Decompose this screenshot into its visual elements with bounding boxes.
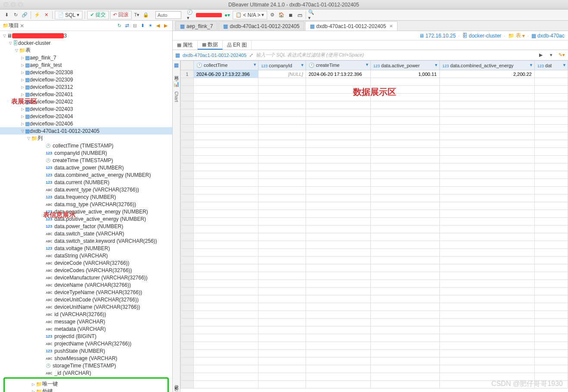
home-icon[interactable]: 🏠: [278, 11, 285, 19]
tree-column[interactable]: 123pushState (NUMBER): [0, 347, 172, 354]
tree-table[interactable]: ▷▦ aep_flink_7: [0, 54, 172, 61]
tree-table[interactable]: ▽▦ dxdb-470ac1-01-0012-202405: [0, 127, 172, 135]
nav-back-icon[interactable]: ◀: [154, 22, 162, 30]
nav-fwd-icon[interactable]: ▶: [162, 22, 170, 30]
tree-column[interactable]: ᴀʙᴄmessage (VARCHAR): [0, 318, 172, 325]
sql-button[interactable]: 📄 SQL ▾: [55, 11, 82, 19]
tree-column[interactable]: 🕐createTime (TIMESTAMP): [0, 157, 172, 164]
close-dot[interactable]: [3, 2, 8, 7]
cell[interactable]: 2024-06-20 17:13:22.396: [306, 70, 371, 78]
sidetab-chart[interactable]: Chart: [174, 91, 179, 102]
tree-folder[interactable]: ▷📁 唯一键: [5, 380, 167, 388]
lock-icon[interactable]: 🔒: [142, 11, 150, 19]
table-row[interactable]: 12024-06-20 17:13:22.396[NULL]2024-06-20…: [181, 70, 568, 78]
tree-column[interactable]: 123data.power_factor (NUMBER): [0, 223, 172, 230]
nav-link-icon[interactable]: ⬍: [139, 22, 146, 30]
tree-connection[interactable]: ▽🖥 3: [0, 32, 172, 39]
cell[interactable]: 1,000.11: [371, 70, 440, 78]
tree-column[interactable]: ᴀʙᴄmetadata (VARCHAR): [0, 325, 172, 332]
export-icon[interactable]: ⎘: [175, 386, 178, 392]
tree-column[interactable]: ᴀʙᴄdataString (VARCHAR): [0, 252, 172, 259]
dropdown-icon[interactable]: ▼: [434, 63, 438, 67]
dropdown-icon[interactable]: ▼: [253, 63, 257, 67]
tree-table[interactable]: ▷▦ deviceflow-202404: [0, 113, 172, 120]
tree-column[interactable]: ᴀʙᴄdeviceCodes (VARCHAR(32766)): [0, 267, 172, 274]
column-header[interactable]: 123 companyId▼: [259, 61, 306, 70]
gear-icon[interactable]: ⚙: [268, 11, 276, 19]
dropdown-icon[interactable]: ▼: [300, 63, 304, 67]
grid-mode-icon[interactable]: ▦: [174, 62, 179, 68]
tree-tables-folder[interactable]: ▽📁 表: [0, 47, 172, 54]
cell[interactable]: 2024-06-20 17:13:22.396: [194, 70, 259, 78]
min-dot[interactable]: [11, 2, 16, 7]
close-tab-icon[interactable]: ✕: [20, 23, 24, 29]
tree-table[interactable]: ▷▦ deviceflow-202312: [0, 83, 172, 91]
tree-column[interactable]: 123data.voltage (NUMBER): [0, 245, 172, 252]
tree-column[interactable]: ᴀʙᴄdata.event_type (VARCHAR(32766)): [0, 186, 172, 193]
tree-column[interactable]: ᴀʙᴄdeviceCode (VARCHAR(32766)): [0, 259, 172, 267]
tree-column[interactable]: 123projectId (BIGINT): [0, 332, 172, 340]
tree-table[interactable]: ▷▦ deviceflow-202402表展示区: [0, 98, 172, 105]
refresh-icon[interactable]: ↻: [12, 11, 19, 19]
tree-folder[interactable]: ▷📁 外键: [5, 388, 167, 392]
nav-settings-icon[interactable]: ✶: [146, 22, 154, 30]
tree-column[interactable]: ᴀʙᴄdata.switch_state.keyword (VARCHAR(25…: [0, 237, 172, 245]
column-header[interactable]: 123 data.combined_active_energy▼: [440, 61, 535, 70]
cell[interactable]: [NULL]: [259, 70, 306, 78]
tree-columns-folder[interactable]: ▽📁 列: [0, 135, 172, 142]
editor-tab-2[interactable]: ▦dxdb-470ac1-01-0012-202405: [218, 21, 304, 31]
navigator-tree[interactable]: ▽🖥 3 ▽🗄 docker-cluster ▽📁 表 ▷▦ aep_flink…: [0, 31, 172, 392]
column-header[interactable]: 123 dat▼: [535, 61, 568, 70]
close-icon[interactable]: ✕: [389, 24, 393, 28]
tree-column[interactable]: ᴀʙᴄdeviceUnitName (VARCHAR(32766)): [0, 303, 172, 310]
nav-filter-icon[interactable]: ⊟: [131, 22, 139, 30]
tree-table[interactable]: ▷▦ deviceflow-202403: [0, 105, 172, 113]
bc-tables[interactable]: 📁 表 ▾: [508, 32, 525, 39]
row-number[interactable]: 1: [181, 70, 194, 78]
tree-column[interactable]: ᴀʙᴄprojectName (VARCHAR(32766)): [0, 340, 172, 347]
nav-collapse-icon[interactable]: ⇄: [123, 22, 131, 30]
max-dot[interactable]: [18, 2, 23, 7]
nav-refresh-icon[interactable]: ↻: [115, 22, 123, 30]
search-icon[interactable]: 🔍▾: [308, 11, 316, 19]
tx-mode-icon[interactable]: T▾: [133, 11, 141, 19]
bc-cluster[interactable]: 🗄 docker-cluster: [462, 33, 501, 39]
history-icon[interactable]: 🕘▾: [187, 11, 195, 19]
expand-icon[interactable]: ⤢: [249, 52, 253, 58]
schema-select[interactable]: 📋 < N/A > ▾: [233, 11, 267, 19]
disconnect-icon[interactable]: ✕: [42, 11, 50, 19]
subtab-props[interactable]: ▦ 属性: [173, 41, 198, 50]
tree-column[interactable]: 123data.combined_active_energy (NUMBER): [0, 171, 172, 179]
window-controls[interactable]: [3, 2, 23, 7]
tree-column[interactable]: ᴀʙᴄ_id (VARCHAR): [0, 369, 172, 376]
tree-column[interactable]: 🕐collectTime (TIMESTAMP): [0, 142, 172, 149]
plug-icon[interactable]: ⚡: [33, 11, 41, 19]
tree-column[interactable]: 123data.current (NUMBER): [0, 179, 172, 186]
column-header[interactable]: 🕐 collectTime▼: [194, 61, 259, 70]
link-icon[interactable]: 🔗: [21, 11, 28, 19]
history-icon[interactable]: ▾: [547, 51, 555, 59]
tree-column[interactable]: ᴀʙᴄid (VARCHAR(32766)): [0, 310, 172, 318]
bc-host[interactable]: 🖥 172.16.10.25: [419, 33, 456, 39]
tree-column[interactable]: ᴀʙᴄdeviceUnitCode (VARCHAR(32766)): [0, 296, 172, 303]
editor-tab-3[interactable]: ▦dxdb-470ac1-01-0012-202405✕: [305, 21, 398, 31]
tree-column[interactable]: ᴀʙᴄshowMessage (VARCHAR): [0, 354, 172, 362]
tree-column[interactable]: 123data.active_power (NUMBER): [0, 164, 172, 171]
tree-column[interactable]: 123companyId (NUMBER): [0, 149, 172, 157]
tree-column[interactable]: 🕐storageTime (TIMESTAMP): [0, 362, 172, 369]
tree-table[interactable]: ▷▦ deviceflow-202309: [0, 76, 172, 83]
dropdown-icon[interactable]: ▼: [562, 63, 566, 67]
tree-table[interactable]: ▷▦ deviceflow-202401: [0, 91, 172, 98]
rownum-header[interactable]: [181, 61, 194, 70]
chart-icon[interactable]: 📊: [173, 81, 180, 87]
dropdown-icon[interactable]: ▼: [365, 63, 369, 67]
run-icon[interactable]: ▶: [537, 51, 545, 59]
subtab-data[interactable]: ▦ 数据: [198, 41, 223, 50]
cell[interactable]: 2,200.22: [440, 70, 535, 78]
filter-hint[interactable]: 输入一个 SQL 表达式来过滤结果 (使用 Ctrl+Space): [256, 52, 364, 58]
tree-table[interactable]: ▷▦ deviceflow-202308: [0, 69, 172, 76]
new-conn-icon[interactable]: ⬇: [3, 11, 10, 19]
column-header[interactable]: 🕐 createTime▼: [306, 61, 371, 70]
bc-table[interactable]: ▦ dxdb-470ac: [531, 33, 565, 39]
tree-column[interactable]: 123data.frequency (NUMBER): [0, 193, 172, 201]
